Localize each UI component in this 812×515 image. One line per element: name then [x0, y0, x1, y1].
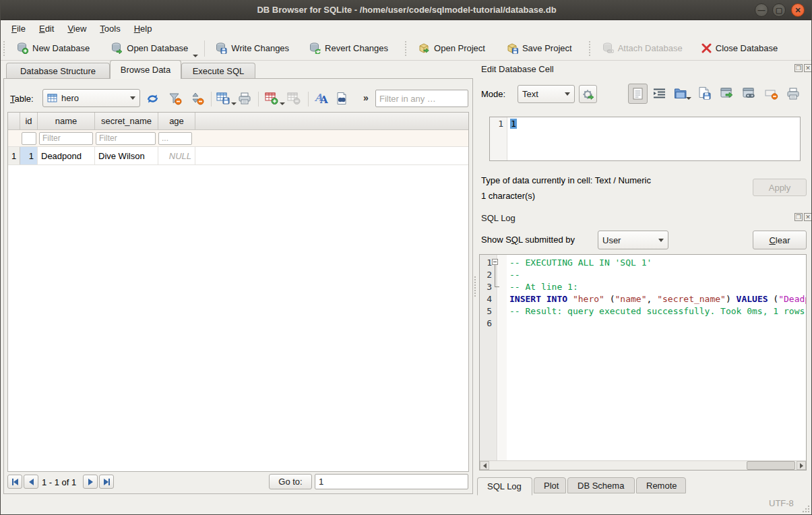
refresh-button[interactable] [146, 92, 160, 106]
link-button[interactable] [743, 88, 756, 100]
toolbar-drag-handle[interactable] [3, 41, 7, 56]
open-database-button[interactable]: Open Database [105, 39, 194, 57]
filter-input-id[interactable] [22, 132, 36, 145]
record-range-label: 1 - 1 of 1 [42, 477, 76, 487]
filter-input-age[interactable] [158, 132, 192, 145]
sql-log-hscrollbar[interactable] [480, 460, 806, 470]
close-icon[interactable]: ✕ [791, 3, 805, 17]
import-file-button[interactable] [674, 86, 691, 100]
insert-record-dropdown-caret[interactable] [280, 102, 285, 105]
open-database-dropdown-caret[interactable] [193, 55, 198, 57]
export-file-button[interactable] [697, 86, 711, 100]
menu-file[interactable]: File [6, 22, 31, 36]
toolbar-drag-handle[interactable] [405, 41, 408, 56]
open-external-button[interactable] [720, 88, 734, 100]
sql-log-filter-select[interactable]: User [598, 231, 668, 249]
filter-input-secret-name[interactable] [96, 132, 156, 145]
svg-text:A: A [319, 94, 328, 105]
cell-name[interactable]: Deadpond [38, 147, 95, 164]
dock-close-icon[interactable]: ✕ [804, 64, 812, 72]
grid-corner-header[interactable] [8, 113, 20, 129]
last-record-button[interactable] [99, 475, 114, 489]
titlebar[interactable]: DB Browser for SQLite - /home/user/code/… [1, 0, 812, 20]
tab-database-structure[interactable]: Database Structure [6, 63, 110, 79]
write-changes-button[interactable]: Write Changes [210, 39, 295, 57]
tab-sql-log[interactable]: SQL Log [477, 477, 532, 495]
table-label: Table: [10, 94, 34, 104]
row-header[interactable]: 1 [8, 147, 20, 164]
previous-record-button[interactable] [24, 475, 38, 489]
delete-record-icon [287, 92, 301, 105]
apply-mode-button[interactable] [579, 85, 597, 103]
fold-marker[interactable] [492, 259, 498, 265]
indent-button[interactable] [653, 88, 666, 99]
column-header-age[interactable]: age [158, 113, 195, 129]
cell-editor[interactable]: 1 1 [489, 117, 801, 161]
sql-log-area[interactable]: 1-- EXECUTING ALL IN 'SQL 1'2--3-- At li… [479, 254, 807, 471]
resize-grip[interactable] [802, 505, 810, 513]
tab-execute-sql[interactable]: Execute SQL [181, 63, 255, 79]
encoding-status[interactable]: UTF-8 [769, 498, 794, 508]
tab-plot[interactable]: Plot [534, 477, 566, 493]
clear-filter-icon [168, 92, 182, 105]
dock-close-icon[interactable]: ✕ [804, 213, 812, 221]
insert-record-button[interactable] [265, 92, 285, 105]
table-row: 1 1 Deadpond Dive Wilson NULL [8, 147, 468, 165]
mode-select[interactable]: Text [518, 85, 575, 103]
table-select[interactable]: hero [42, 89, 140, 107]
column-header-id[interactable]: id [20, 113, 38, 129]
menu-edit[interactable]: Edit [34, 22, 59, 36]
save-table-button[interactable] [216, 92, 237, 105]
goto-button[interactable]: Go to: [269, 474, 312, 489]
cell-secret-name[interactable]: Dive Wilson [95, 147, 158, 164]
clear-log-button[interactable]: Clear [753, 231, 807, 249]
edit-cell-dock-title: Edit Database Cell [481, 64, 554, 74]
save-table-dropdown-caret[interactable] [231, 102, 237, 105]
menu-help[interactable]: Help [129, 22, 158, 36]
pane-splitter[interactable] [472, 79, 478, 494]
scroll-left-icon[interactable] [480, 461, 489, 470]
print-cell-button[interactable] [786, 87, 800, 100]
clear-sorting-button[interactable] [191, 92, 204, 105]
column-header-secret-name[interactable]: secret_name [95, 113, 158, 129]
cell-type-info: Type of data currently in cell: Text / N… [481, 175, 651, 185]
tab-remote[interactable]: Remote [636, 477, 686, 493]
first-record-button[interactable] [7, 475, 22, 489]
open-project-button[interactable]: Open Project [412, 39, 491, 57]
save-project-button[interactable]: Save Project [501, 39, 578, 57]
scrollbar-thumb[interactable] [747, 461, 795, 470]
text-view-toggle[interactable] [628, 84, 648, 104]
goto-input[interactable] [315, 474, 468, 489]
menu-tools[interactable]: Tools [94, 22, 125, 36]
find-in-table-button[interactable] [335, 92, 348, 105]
sql-log-line: 1-- EXECUTING ALL IN 'SQL 1' [480, 257, 806, 269]
font-settings-button[interactable]: AA [313, 90, 328, 105]
column-header-name[interactable]: name [38, 113, 95, 129]
data-grid: id name secret_name age 1 1 Deadpond Div… [7, 112, 469, 472]
minimize-icon[interactable]: — [755, 3, 768, 17]
print-table-button[interactable] [238, 92, 251, 105]
insert-record-icon [265, 92, 279, 105]
next-record-button[interactable] [83, 475, 98, 489]
tab-db-schema[interactable]: DB Schema [567, 477, 635, 493]
close-database-button[interactable]: Close Database [695, 40, 784, 57]
sql-log-line: 3-- At line 1: [480, 281, 806, 293]
new-database-button[interactable]: New Database [11, 39, 96, 57]
maximize-icon[interactable]: ▢ [772, 3, 786, 17]
scroll-right-icon[interactable] [797, 461, 806, 470]
filter-any-input[interactable] [375, 90, 468, 107]
overflow-chevron[interactable]: » [363, 92, 369, 103]
cell-id[interactable]: 1 [20, 147, 38, 164]
menu-view[interactable]: View [62, 22, 92, 36]
dock-float-icon[interactable]: ❐ [794, 64, 803, 72]
filter-input-name[interactable] [39, 132, 93, 145]
toolbar-drag-handle[interactable] [589, 41, 592, 56]
import-file-dropdown-caret[interactable] [686, 97, 691, 100]
revert-changes-button[interactable]: Revert Changes [303, 39, 394, 57]
dock-float-icon[interactable]: ❐ [794, 213, 803, 221]
clear-all-filters-button[interactable] [168, 92, 182, 105]
cell-age[interactable]: NULL [158, 147, 195, 164]
find-icon [335, 92, 348, 105]
tab-browse-data[interactable]: Browse Data [110, 60, 181, 79]
set-null-button[interactable] [765, 89, 778, 100]
